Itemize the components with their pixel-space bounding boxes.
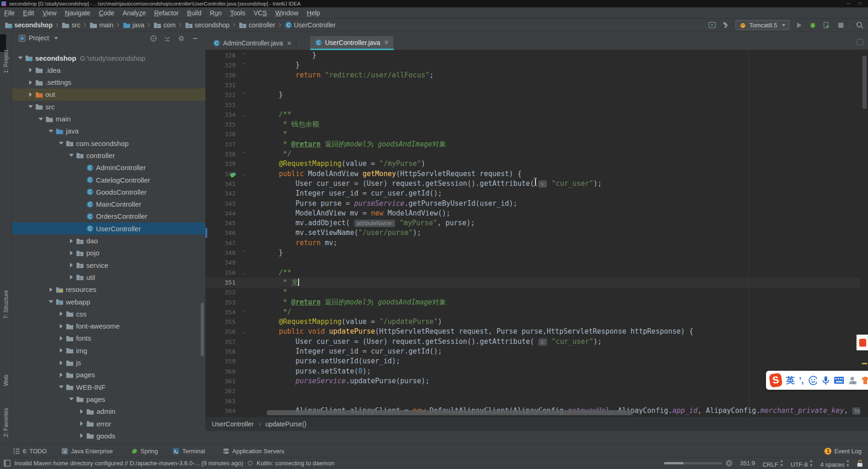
- nav-crumb-controller[interactable]: controller: [230, 19, 275, 32]
- run-tool-window-icon[interactable]: [708, 20, 717, 30]
- close-icon[interactable]: ✕: [287, 40, 292, 47]
- nav-crumb-usercontroller[interactable]: CUserController: [275, 19, 336, 32]
- event-log-button[interactable]: 1 Event Log: [824, 445, 862, 457]
- tree-item-resources[interactable]: resources: [12, 284, 205, 296]
- editor-options-icon[interactable]: [857, 39, 863, 45]
- menu-run[interactable]: Run: [206, 7, 226, 19]
- tool-button-java-enterprise[interactable]: JJava Enterprise: [61, 445, 113, 457]
- tree-item-controller[interactable]: controller: [12, 149, 205, 161]
- tree-item-src[interactable]: src: [12, 101, 205, 113]
- menu-code[interactable]: Code: [95, 7, 118, 19]
- code-editor[interactable]: 328⌃ }329⌃ }330 return "redirect:/user/a…: [205, 51, 860, 417]
- tree-item-admincontroller[interactable]: CAdminController: [12, 162, 205, 174]
- tool-window-toggle-icon[interactable]: [4, 460, 11, 467]
- menu-file[interactable]: File: [0, 7, 19, 19]
- sogou-logo-icon[interactable]: S: [769, 373, 783, 387]
- menu-navigate[interactable]: Navigate: [61, 7, 95, 19]
- menu-help[interactable]: Help: [303, 7, 325, 19]
- debug-button[interactable]: [808, 20, 817, 30]
- coverage-button[interactable]: [822, 20, 831, 30]
- nav-crumb-main[interactable]: main: [80, 19, 113, 32]
- tree-item-secondshop[interactable]: secondshopG:\study\secondshop: [12, 52, 205, 64]
- tree-item-com.secondshop[interactable]: com.secondshop: [12, 137, 205, 149]
- lock-icon[interactable]: [857, 460, 863, 467]
- tree-item-util[interactable]: util: [12, 271, 205, 283]
- tree-scrollbar[interactable]: [201, 303, 204, 356]
- tree-item-catelogcontroller[interactable]: CCatelogController: [12, 174, 205, 186]
- tree-item-main[interactable]: main: [12, 113, 205, 125]
- nav-crumb-secondshop[interactable]: secondshop: [4, 19, 52, 32]
- encoding-selector[interactable]: UTF-8▲▼: [791, 458, 813, 468]
- line-separator-selector[interactable]: CRLF▲▼: [762, 458, 783, 468]
- tool-button-terminal[interactable]: Terminal: [172, 445, 205, 457]
- ime-punctuation-icon[interactable]: ’,: [799, 375, 804, 386]
- tool-button-project[interactable]: 1: Project: [0, 64, 12, 70]
- run-button[interactable]: [794, 20, 804, 30]
- tree-item-error[interactable]: error: [12, 418, 205, 430]
- tree-item-maincontroller[interactable]: CMainController: [12, 198, 205, 210]
- tool-button-application-servers[interactable]: Application Servers: [223, 445, 284, 457]
- tree-item-dao[interactable]: dao: [12, 235, 205, 247]
- ime-keyboard-icon[interactable]: [834, 376, 844, 385]
- run-configuration-select[interactable]: Tomcat8.5: [735, 20, 790, 30]
- locate-file-icon[interactable]: [150, 35, 157, 42]
- nav-crumb-java[interactable]: java: [114, 19, 145, 32]
- tree-item-pages[interactable]: pages: [12, 393, 205, 405]
- tree-item-web-inf[interactable]: WEB-INF: [12, 381, 205, 393]
- menu-window[interactable]: Window: [271, 7, 303, 19]
- tree-item-admin[interactable]: admin: [12, 406, 205, 418]
- tree-item-java[interactable]: java: [12, 125, 205, 137]
- nav-crumb-com[interactable]: com: [144, 19, 175, 32]
- ime-account-icon[interactable]: 18: [848, 376, 856, 385]
- menu-vcs[interactable]: VCS: [249, 7, 271, 19]
- menu-edit[interactable]: Edit: [19, 7, 38, 19]
- fold-marker[interactable]: ⌄: [239, 327, 249, 336]
- menu-tools[interactable]: Tools: [226, 7, 249, 19]
- tree-item-webapp[interactable]: webapp: [12, 296, 205, 308]
- tree-item-fonts[interactable]: fonts: [12, 332, 205, 344]
- tree-item-out[interactable]: out: [12, 89, 205, 101]
- ime-emoji-icon[interactable]: [808, 375, 817, 386]
- tree-item-font-awesome[interactable]: font-awesome: [12, 320, 205, 332]
- tree-item-pages[interactable]: pages: [12, 369, 205, 381]
- tree-item-pojo[interactable]: pojo: [12, 247, 205, 259]
- close-icon[interactable]: ✕: [384, 39, 389, 46]
- tool-button-6-todo[interactable]: 6: TODO: [13, 445, 47, 457]
- tool-button-structure[interactable]: 7: Structure: [0, 310, 12, 316]
- nav-crumb-secondshop[interactable]: secondshop: [176, 19, 230, 32]
- indent-selector[interactable]: 4 spaces▲▼: [820, 458, 849, 468]
- project-view-selector[interactable]: Project: [19, 34, 58, 42]
- tab-admincontroller-java[interactable]: CAdminController.java✕: [208, 36, 297, 50]
- fold-marker[interactable]: ⌃: [239, 149, 249, 159]
- ime-skin-icon[interactable]: [861, 376, 868, 385]
- ime-language-mode[interactable]: 英: [786, 374, 795, 387]
- menu-analyze[interactable]: Analyze: [119, 7, 150, 19]
- collapse-all-icon[interactable]: [164, 35, 171, 42]
- fold-marker[interactable]: ⌄: [239, 268, 249, 278]
- fold-marker[interactable]: ⌃: [239, 248, 249, 258]
- tree-item-goodscontroller[interactable]: CGoodsController: [12, 186, 205, 198]
- spring-mapping-icon[interactable]: [230, 171, 236, 180]
- error-stripe-mark[interactable]: [862, 363, 867, 364]
- tree-item-js[interactable]: js: [12, 357, 205, 369]
- vertical-scrollbar[interactable]: [862, 56, 867, 109]
- tool-button-spring[interactable]: Spring: [131, 445, 158, 457]
- menu-view[interactable]: View: [38, 7, 61, 19]
- stop-button[interactable]: [836, 20, 845, 30]
- breadcrumb-class[interactable]: UserController: [212, 420, 254, 428]
- hide-panel-icon[interactable]: [191, 35, 199, 42]
- tab-usercontroller-java[interactable]: CUserController.java✕: [310, 36, 394, 50]
- status-message[interactable]: Invalid Maven home directory configured …: [14, 460, 243, 467]
- tree-item-service[interactable]: service: [12, 259, 205, 271]
- search-everywhere-icon[interactable]: [855, 20, 864, 30]
- ime-microphone-icon[interactable]: [821, 375, 830, 386]
- build-hammer-icon[interactable]: [721, 20, 731, 30]
- fold-marker[interactable]: ⌄: [239, 110, 249, 120]
- sogou-ime-toolbar[interactable]: S 英 ’, 18: [766, 371, 868, 390]
- settings-gear-icon[interactable]: [178, 35, 185, 42]
- tool-button-web[interactable]: Web: [0, 377, 12, 383]
- tree-item-img[interactable]: img: [12, 344, 205, 356]
- tool-button-favorites[interactable]: 2: Favorites: [0, 428, 12, 434]
- tree-item-.settings[interactable]: .settings: [12, 76, 205, 89]
- tree-item-usercontroller[interactable]: CUserController: [12, 222, 205, 234]
